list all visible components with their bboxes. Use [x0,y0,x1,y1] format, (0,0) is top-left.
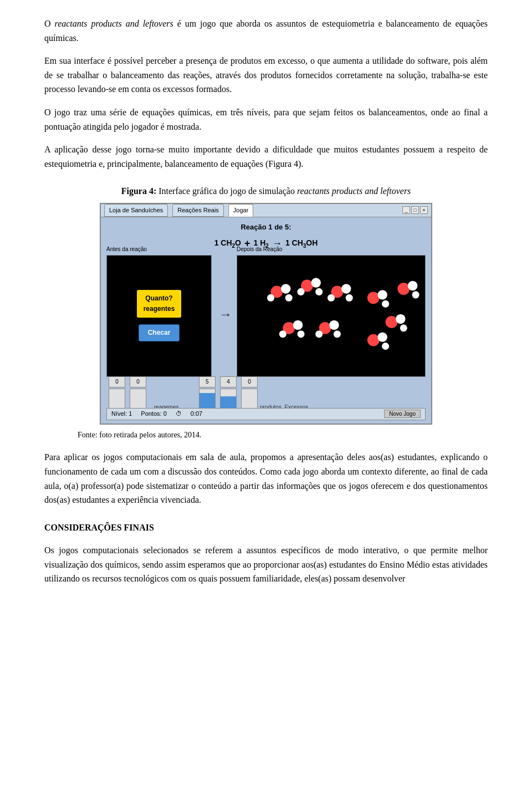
slider-h2-after-bar[interactable] [241,389,258,411]
fonte-caption: Fonte: foto retirada pelos autores, 2014… [78,429,488,441]
quanto-line1: Quanto? [144,293,175,304]
svg-point-18 [334,330,341,338]
figure-italic: reactants products and leftovers [297,186,411,196]
svg-point-1 [281,284,290,293]
svg-point-10 [346,294,353,301]
figure-label: Figura 4: [121,186,157,196]
svg-point-15 [279,330,287,338]
svg-point-6 [315,288,323,295]
slider-ch3oh-value: 5 [199,376,216,387]
svg-point-7 [297,288,304,295]
slider-ch2o-after-bar[interactable] [220,389,237,411]
paragraph-1: O reactants products and leftovers O rea… [44,17,488,45]
tab-loja[interactable]: Loja de Sanduíches [104,204,168,217]
paragraph-3: O jogo traz uma série de equações químic… [44,105,488,134]
pontos-display: Pontos: 0 [141,409,166,419]
panel-arrow: → [218,255,233,374]
slider-ch2o-after-value: 4 [220,376,237,387]
molecules-svg [237,256,425,376]
paragraph-2: Em sua interface é possível perceber a p… [44,54,488,96]
svg-point-9 [341,284,351,293]
novo-jogo-button[interactable]: Novo Jogo [384,410,421,418]
right-panel [237,255,426,377]
antes-label: Antes da reação [106,245,147,254]
paragraph-5: Para aplicar os jogos computacionais em … [44,450,488,507]
paragraph-6: Os jogos computacionais selecionados se … [44,543,488,586]
svg-point-25 [400,324,407,331]
svg-point-5 [311,278,321,287]
game-titlebar: Loja de Sanduíches Reações Reais Jogar _… [101,204,431,217]
tab-reacoes[interactable]: Reações Reais [172,204,224,217]
quanto-line2: reagentes [144,304,175,314]
slider-h2-after-value: 0 [241,376,258,387]
svg-point-22 [382,300,389,307]
reaction-header: Reação 1 de 5: [106,221,426,234]
figure-desc: Interface gráfica do jogo de simulação [156,186,297,196]
svg-point-2 [285,294,293,301]
svg-point-26 [367,334,380,346]
svg-point-23 [386,316,398,328]
svg-point-29 [397,283,410,295]
svg-point-27 [377,332,387,341]
page-content: O reactants products and leftovers O rea… [44,17,488,586]
svg-point-20 [367,292,380,304]
timer-display: 0:07 [191,409,202,419]
svg-point-28 [382,342,389,349]
svg-point-21 [377,290,387,299]
italic-title-1: reactants products and leftovers [55,19,173,28]
left-panel: Quanto? reagentes Checar [106,255,212,377]
slider-h2-before-value: 0 [130,376,146,387]
section-heading: CONSIDERAÇÕES FINAIS [44,521,488,535]
game-body: Reação 1 de 5: 1 CH2O + 1 H2 → 1 CH3OH A… [101,217,431,424]
close-btn[interactable]: × [420,206,428,214]
slider-ch3oh-bar[interactable] [199,389,216,411]
svg-point-30 [408,280,417,290]
quanto-box: Quanto? reagentes [137,290,182,318]
svg-point-17 [329,320,339,329]
slider-h2-before-bar[interactable] [130,389,146,411]
svg-point-3 [267,294,274,301]
nivel-display: Nível: 1 [111,409,132,419]
paragraph-4: A aplicação desse jogo torna-se muito im… [44,142,488,171]
figure-caption: Figura 4: Interface gráfica do jogo de s… [44,184,488,198]
slider-ch2o-before-value: 0 [109,376,125,387]
maximize-btn[interactable]: □ [411,206,419,214]
formula-product: 1 CH3OH [285,237,318,251]
figure-wrapper: Loja de Sanduíches Reações Reais Jogar _… [44,203,488,425]
svg-point-24 [396,314,405,323]
game-screenshot: Loja de Sanduíches Reações Reais Jogar _… [100,203,432,425]
game-statusbar: Nível: 1 Pontos: 0 ⏱ 0:07 Novo Jogo [106,408,426,420]
close-buttons: _ □ × [402,206,428,214]
slider-ch2o-before-bar[interactable] [109,389,125,411]
minimize-btn[interactable]: _ [402,206,410,214]
checar-button[interactable]: Checar [139,324,180,341]
tab-jogar[interactable]: Jogar [228,204,254,217]
svg-point-19 [315,330,323,338]
svg-point-31 [412,291,420,298]
svg-point-14 [297,330,304,338]
depois-label: Depois da Reação [237,245,282,254]
timer-icon: ⏱ [176,409,182,419]
svg-point-11 [328,294,335,301]
svg-point-13 [293,320,303,329]
